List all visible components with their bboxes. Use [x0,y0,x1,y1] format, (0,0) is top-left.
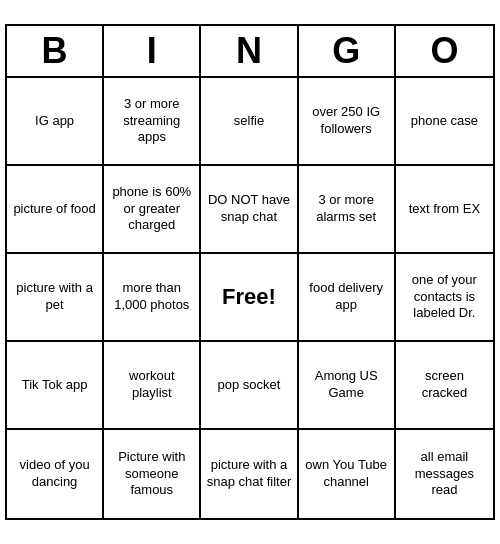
bingo-cell-18: Among US Game [299,342,396,430]
bingo-cell-19: screen cracked [396,342,493,430]
header-letter-I: I [104,26,201,76]
header-letter-N: N [201,26,298,76]
bingo-card: BINGO IG app3 or more streaming appsself… [5,24,495,520]
bingo-cell-4: phone case [396,78,493,166]
bingo-cell-5: picture of food [7,166,104,254]
bingo-cell-text-2: selfie [234,113,264,130]
bingo-cell-text-5: picture of food [13,201,95,218]
bingo-cell-14: one of your contacts is labeled Dr. [396,254,493,342]
bingo-cell-text-13: food delivery app [304,280,389,314]
bingo-cell-text-11: more than 1,000 photos [109,280,194,314]
bingo-cell-text-3: over 250 IG followers [304,104,389,138]
bingo-header: BINGO [7,26,493,78]
bingo-cell-6: phone is 60% or greater charged [104,166,201,254]
bingo-cell-3: over 250 IG followers [299,78,396,166]
bingo-cell-24: all email messages read [396,430,493,518]
bingo-cell-0: IG app [7,78,104,166]
bingo-cell-23: own You Tube channel [299,430,396,518]
bingo-cell-text-22: picture with a snap chat filter [206,457,291,491]
bingo-cell-text-0: IG app [35,113,74,130]
bingo-cell-text-12: Free! [222,283,276,312]
bingo-cell-text-23: own You Tube channel [304,457,389,491]
bingo-cell-20: video of you dancing [7,430,104,518]
bingo-cell-text-18: Among US Game [304,368,389,402]
bingo-cell-text-21: Picture with someone famous [109,449,194,500]
bingo-cell-text-10: picture with a pet [12,280,97,314]
bingo-cell-17: pop socket [201,342,298,430]
bingo-cell-text-15: Tik Tok app [22,377,88,394]
bingo-cell-21: Picture with someone famous [104,430,201,518]
bingo-cell-text-9: text from EX [409,201,481,218]
bingo-cell-text-17: pop socket [218,377,281,394]
bingo-cell-text-24: all email messages read [401,449,488,500]
bingo-cell-2: selfie [201,78,298,166]
header-letter-G: G [299,26,396,76]
bingo-grid: IG app3 or more streaming appsselfieover… [7,78,493,518]
bingo-cell-15: Tik Tok app [7,342,104,430]
bingo-cell-16: workout playlist [104,342,201,430]
bingo-cell-text-4: phone case [411,113,478,130]
bingo-cell-text-8: 3 or more alarms set [304,192,389,226]
bingo-cell-9: text from EX [396,166,493,254]
header-letter-B: B [7,26,104,76]
bingo-cell-text-6: phone is 60% or greater charged [109,184,194,235]
bingo-cell-13: food delivery app [299,254,396,342]
header-letter-O: O [396,26,493,76]
bingo-cell-7: DO NOT have snap chat [201,166,298,254]
bingo-cell-text-16: workout playlist [109,368,194,402]
bingo-cell-text-20: video of you dancing [12,457,97,491]
bingo-cell-8: 3 or more alarms set [299,166,396,254]
bingo-cell-11: more than 1,000 photos [104,254,201,342]
bingo-cell-text-7: DO NOT have snap chat [206,192,291,226]
bingo-cell-22: picture with a snap chat filter [201,430,298,518]
bingo-cell-10: picture with a pet [7,254,104,342]
bingo-cell-text-19: screen cracked [401,368,488,402]
bingo-cell-text-14: one of your contacts is labeled Dr. [401,272,488,323]
bingo-cell-text-1: 3 or more streaming apps [109,96,194,147]
bingo-cell-1: 3 or more streaming apps [104,78,201,166]
bingo-cell-12: Free! [201,254,298,342]
